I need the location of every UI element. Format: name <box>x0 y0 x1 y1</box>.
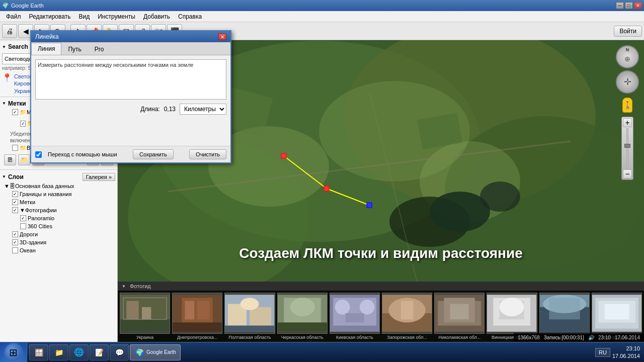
photo-thumb-5[interactable] <box>330 293 380 334</box>
zoom-thumb[interactable] <box>624 144 630 148</box>
place-action-2[interactable]: 📁 <box>18 154 30 165</box>
ruler-close-button[interactable]: ✕ <box>218 33 226 40</box>
ruler-tab-line[interactable]: Линия <box>31 43 61 55</box>
photo-label-4: Черкасская область <box>277 335 328 340</box>
my-places-checkbox[interactable] <box>12 109 18 115</box>
svg-rect-28 <box>197 301 210 319</box>
svg-rect-38 <box>278 322 327 331</box>
titlebar-controls[interactable]: ─ □ ✕ <box>616 2 642 9</box>
compass-north: N <box>626 47 629 52</box>
zoom-out-button[interactable]: − <box>623 169 632 178</box>
taskbar-windows-icon: 🪟 <box>34 347 44 357</box>
pan-control[interactable]: ✛ <box>616 70 639 94</box>
layer-360cities[interactable]: 360 Cities <box>18 222 115 230</box>
ruler-footer-label: Переход с помощью мыши <box>48 151 117 157</box>
photo-item-2[interactable]: Днепропетровска... <box>172 293 222 340</box>
layer-ocean[interactable]: Океан <box>10 246 115 254</box>
ruler-tab-path[interactable]: Путь <box>61 43 88 55</box>
svg-rect-19 <box>367 203 372 208</box>
photo-thumb-10[interactable] <box>592 293 642 334</box>
toolbar-print[interactable]: 🖨 <box>2 24 17 38</box>
taskbar-chat-icon: 💬 <box>114 347 124 357</box>
layer-roads[interactable]: Дороги <box>10 230 115 238</box>
menu-file[interactable]: Файл <box>2 12 25 21</box>
photo-item-3[interactable]: Полтавская область <box>224 293 275 340</box>
svg-rect-18 <box>324 186 329 191</box>
taskbar-item-notepad[interactable]: 📝 <box>90 344 109 360</box>
photos-cb[interactable] <box>12 207 18 213</box>
minimize-button[interactable]: ─ <box>616 2 624 9</box>
3d-cb[interactable] <box>12 239 18 245</box>
close-button[interactable]: ✕ <box>634 2 642 9</box>
taskbar-item-chat[interactable]: 💬 <box>110 344 129 360</box>
ruler-length-row: Длина: 0,13 КилометрыМетрыМилиФуты <box>35 104 226 115</box>
start-button[interactable]: ⊞ <box>0 342 27 363</box>
photo-item-4[interactable]: Черкасская область <box>277 293 328 340</box>
svg-rect-27 <box>185 301 194 319</box>
menu-view[interactable]: Вид <box>74 12 94 21</box>
photo-thumb-4[interactable] <box>277 293 328 334</box>
ruler-checkbox[interactable] <box>35 151 42 158</box>
borders-cb[interactable] <box>12 191 18 197</box>
menu-tools[interactable]: Инструменты <box>94 12 139 21</box>
photo-thumb-8[interactable] <box>487 293 537 334</box>
layer-main-db[interactable]: ▼ 🗄 Основная база данных <box>2 182 115 190</box>
signin-button[interactable]: Войти <box>614 26 642 37</box>
temp-checkbox[interactable] <box>12 145 18 151</box>
layer-borders[interactable]: Границы и названия <box>10 190 115 198</box>
ruler-unit-select[interactable]: КилометрыМетрыМилиФуты <box>180 104 226 115</box>
taskbar: ⊞ 🪟 📁 🌐 📝 💬 🌍 Google Earth RU 23:10 17.0… <box>0 342 644 362</box>
layer-panoramio[interactable]: Panoramio <box>18 214 115 222</box>
time-text: 23:10 <box>598 335 611 340</box>
photo-label-2: Днепропетровска... <box>172 335 222 340</box>
pegman-icon[interactable]: 🚶 <box>622 98 632 113</box>
folder-icon: 📁 <box>20 109 27 116</box>
layer-photos[interactable]: ▼ Фотографии <box>10 206 115 214</box>
taskbar-clock: 23:10 17.06.2014 <box>612 345 640 359</box>
photo-label-1: Украина <box>120 335 170 340</box>
panoramio-cb[interactable] <box>20 215 26 221</box>
photo-thumb-6[interactable] <box>382 293 432 334</box>
maximize-button[interactable]: □ <box>625 2 633 9</box>
photo-item-5[interactable]: Киевская область <box>330 293 380 340</box>
ocean-cb[interactable] <box>12 247 18 253</box>
labels-cb[interactable] <box>12 199 18 205</box>
menu-help[interactable]: Справка <box>174 12 206 21</box>
ruler-save-button[interactable]: Сохранить <box>133 149 174 159</box>
zoom-in-button[interactable]: + <box>623 118 632 127</box>
gallery-button[interactable]: Галерея » <box>83 173 115 181</box>
layer-3d-buildings[interactable]: 3D-здания <box>10 238 115 246</box>
compass[interactable]: N ⊕ <box>616 45 639 68</box>
photo-thumb-2[interactable] <box>172 293 222 334</box>
layer-main-db-label: Основная база данных <box>15 183 74 189</box>
360cities-cb[interactable] <box>20 223 26 229</box>
layer-labels[interactable]: Метки <box>10 198 115 206</box>
taskbar-item-chrome[interactable]: 🌐 <box>69 344 89 360</box>
photo-thumb-9[interactable] <box>539 293 590 334</box>
tour-checkbox[interactable] <box>20 121 26 127</box>
labels-label: Метки <box>20 199 35 205</box>
place-action-1[interactable]: 🖹 <box>4 154 16 165</box>
photo-item-1[interactable]: Украина <box>120 293 170 340</box>
taskbar-time: 23:10 <box>612 345 640 352</box>
svg-rect-32 <box>250 307 272 326</box>
ruler-footer: Переход с помощью мыши Сохранить Очистит… <box>31 146 230 162</box>
zoom-track[interactable] <box>626 128 628 168</box>
photo-thumb-1[interactable] <box>120 293 170 334</box>
menu-edit[interactable]: Редактировать <box>25 12 75 21</box>
taskbar-item-windows[interactable]: 🪟 <box>29 344 48 360</box>
roads-cb[interactable] <box>12 231 18 237</box>
svg-rect-63 <box>604 304 629 320</box>
taskbar-item-earth[interactable]: 🌍 Google Earth <box>130 344 181 360</box>
photo-thumb-3[interactable] <box>224 293 275 334</box>
photo-thumb-7[interactable] <box>434 293 485 334</box>
photo-item-6[interactable]: Запорожская обл... <box>382 293 432 340</box>
statusbar: 1366x768 Запись [00:00:31] 🔊 23:10 17.06… <box>514 333 644 342</box>
photo-item-7[interactable]: Николаевская обл... <box>434 293 485 340</box>
taskbar-item-explorer[interactable]: 📁 <box>49 344 68 360</box>
menu-add[interactable]: Добавить <box>139 12 174 21</box>
ruler-tab-pro[interactable]: Pro <box>88 43 111 55</box>
layers-tree: ▼ 🗄 Основная база данных Границы и назва… <box>2 182 115 254</box>
ruler-clear-button[interactable]: Очистить <box>189 149 226 159</box>
language-button[interactable]: RU <box>595 348 610 357</box>
